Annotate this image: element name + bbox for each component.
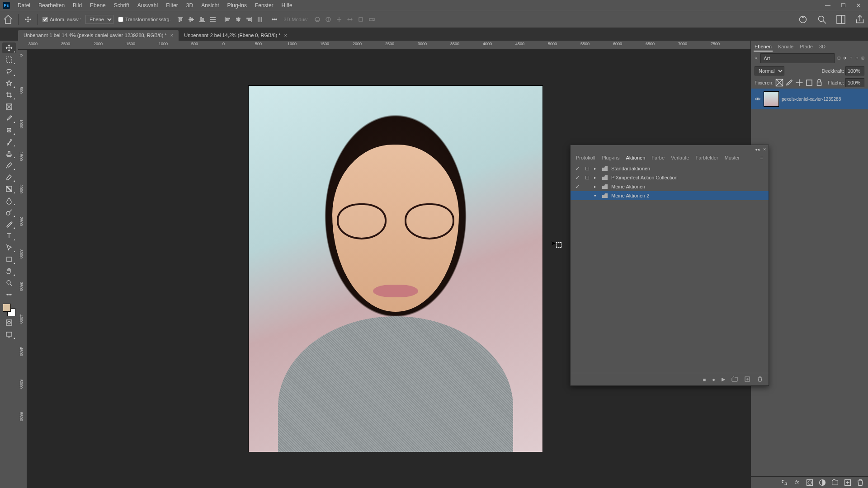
action-dialog-0[interactable]: ☐: [584, 166, 590, 172]
blur-tool[interactable]: [2, 195, 16, 206]
history-brush-tool[interactable]: [2, 160, 16, 171]
zoom-tool[interactable]: [2, 277, 16, 288]
ruler-vertical[interactable]: 0500100015002000250030003500400045005000…: [18, 50, 27, 488]
move-tool[interactable]: [2, 42, 16, 53]
tab-protokoll[interactable]: Protokoll: [576, 154, 595, 161]
menu-schrift[interactable]: Schrift: [110, 2, 133, 9]
artboard-image[interactable]: [249, 86, 542, 452]
window-minimize[interactable]: —: [821, 1, 835, 10]
action-dialog-1[interactable]: ☐: [584, 175, 590, 181]
window-close[interactable]: ✕: [852, 1, 865, 10]
record-icon[interactable]: ●: [712, 377, 715, 382]
menu-bild[interactable]: Bild: [69, 2, 86, 9]
action-toggle-2[interactable]: ✓: [574, 184, 580, 190]
filter-shape-icon[interactable]: [855, 54, 859, 62]
new-action-icon[interactable]: [744, 376, 750, 383]
lock-all-icon[interactable]: [815, 79, 823, 87]
filter-smart-icon[interactable]: [861, 54, 864, 62]
collapse-icon[interactable]: ◂◂: [755, 147, 760, 152]
auto-select-dropdown[interactable]: Ebene: [85, 15, 113, 24]
brush-tool[interactable]: [2, 136, 16, 147]
screen-mode-icon[interactable]: [2, 329, 16, 340]
distribute-h-icon[interactable]: [255, 14, 265, 24]
play-icon[interactable]: ▶: [722, 376, 725, 382]
doc-tab-2[interactable]: Unbenannt-2 bei 14,2% (Ebene 0, RGB/8) *…: [179, 30, 292, 41]
tab-plugins[interactable]: Plug-ins: [602, 154, 620, 161]
pen-tool[interactable]: [2, 219, 16, 230]
menu-3d[interactable]: 3D: [182, 2, 197, 9]
fill-input[interactable]: [845, 78, 864, 87]
search-icon[interactable]: [816, 14, 827, 25]
link-layers-icon[interactable]: [780, 479, 788, 487]
ruler-horizontal[interactable]: -3000-2500-2000-1500-1000-50005001000150…: [18, 41, 750, 50]
path-select-tool[interactable]: [2, 242, 16, 253]
menu-ebene[interactable]: Ebene: [86, 2, 110, 9]
stop-icon[interactable]: ■: [703, 377, 706, 382]
distribute-v-icon[interactable]: [208, 14, 218, 24]
home-button[interactable]: [3, 14, 14, 25]
action-toggle-1[interactable]: ✓: [574, 175, 580, 181]
lock-position-icon[interactable]: [795, 79, 803, 87]
transform-controls-check[interactable]: Transformationsstrg.: [118, 17, 170, 22]
cloud-docs-icon[interactable]: [797, 14, 808, 25]
workspace-icon[interactable]: [835, 14, 846, 25]
tab-ebenen[interactable]: Ebenen: [754, 42, 773, 52]
doc-tab-1-close[interactable]: ×: [170, 33, 173, 38]
action-expand-3[interactable]: ▾: [594, 193, 599, 198]
filter-pixel-icon[interactable]: [837, 54, 840, 62]
panel-menu-icon[interactable]: ≡: [760, 154, 763, 161]
blend-mode-select[interactable]: Normal: [755, 66, 784, 75]
tab-kanaele[interactable]: Kanäle: [777, 42, 794, 52]
align-top-icon[interactable]: [175, 14, 185, 24]
quick-mask-icon[interactable]: [2, 317, 16, 328]
menu-filter[interactable]: Filter: [162, 2, 182, 9]
align-bottom-icon[interactable]: [197, 14, 207, 24]
action-set-3[interactable]: ▾Meine Aktionen 2: [571, 191, 769, 200]
opacity-input[interactable]: [845, 66, 864, 75]
menu-plugins[interactable]: Plug-ins: [223, 2, 251, 9]
action-expand-1[interactable]: ▸: [594, 175, 599, 180]
delete-action-icon[interactable]: [757, 376, 763, 383]
eyedropper-tool[interactable]: [2, 113, 16, 124]
action-set-1[interactable]: ✓☐▸PiXimperfect Action Collection: [571, 173, 769, 182]
tab-farbe[interactable]: Farbe: [651, 154, 665, 161]
group-icon[interactable]: [831, 479, 839, 487]
share-icon[interactable]: [854, 14, 865, 25]
layer-mask-icon[interactable]: [806, 479, 814, 487]
tab-muster[interactable]: Muster: [725, 154, 740, 161]
gradient-tool[interactable]: [2, 183, 16, 194]
color-swatches[interactable]: [3, 304, 15, 316]
menu-datei[interactable]: Datei: [14, 2, 34, 9]
tab-pfade[interactable]: Pfade: [799, 42, 814, 52]
tab-3d[interactable]: 3D: [818, 42, 826, 52]
action-toggle-0[interactable]: ✓: [574, 166, 580, 172]
action-set-0[interactable]: ✓☐▸Standardaktionen: [571, 164, 769, 173]
menu-fenster[interactable]: Fenster: [251, 2, 278, 9]
action-set-2[interactable]: ✓▸Meine Aktionen: [571, 182, 769, 191]
filter-adjust-icon[interactable]: [843, 54, 846, 62]
layer-fx-icon[interactable]: fx: [793, 479, 801, 487]
layer-thumbnail[interactable]: [764, 91, 779, 107]
actions-panel[interactable]: ◂◂ × Protokoll Plug-ins Aktionen Farbe V…: [570, 145, 769, 386]
doc-tab-1[interactable]: Unbenannt-1 bei 14,4% (pexels-daniel-xav…: [18, 30, 179, 41]
panel-close-icon[interactable]: ×: [763, 147, 766, 152]
menu-hilfe[interactable]: Hilfe: [278, 2, 297, 9]
doc-tab-2-close[interactable]: ×: [284, 33, 287, 38]
edit-toolbar-icon[interactable]: [2, 289, 16, 300]
healing-tool[interactable]: [2, 125, 16, 136]
action-expand-0[interactable]: ▸: [594, 166, 599, 171]
delete-layer-icon[interactable]: [856, 479, 864, 487]
filter-type-icon[interactable]: [849, 54, 853, 62]
menu-auswahl[interactable]: Auswahl: [133, 2, 162, 9]
window-maximize[interactable]: ☐: [836, 1, 850, 10]
align-hcenter-icon[interactable]: [233, 14, 243, 24]
align-right-icon[interactable]: [244, 14, 254, 24]
quick-select-tool[interactable]: [2, 78, 16, 89]
menu-bearbeiten[interactable]: Bearbeiten: [34, 2, 69, 9]
tab-verlaeufe[interactable]: Verläufe: [671, 154, 689, 161]
tab-farbfelder[interactable]: Farbfelder: [695, 154, 718, 161]
align-vcenter-icon[interactable]: [186, 14, 196, 24]
new-layer-icon[interactable]: [844, 479, 852, 487]
hand-tool[interactable]: [2, 266, 16, 277]
visibility-eye-icon[interactable]: [755, 96, 761, 102]
